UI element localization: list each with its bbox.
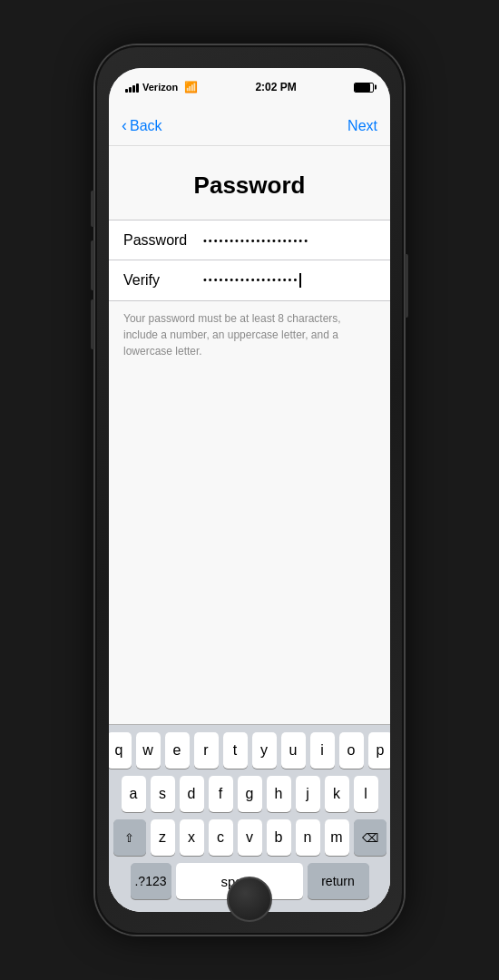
key-l[interactable]: l [354,776,378,812]
password-row[interactable]: Password •••••••••••••••••••• [109,220,390,260]
key-m[interactable]: m [325,819,349,856]
carrier-label: Verizon [142,82,178,93]
key-r[interactable]: r [194,732,219,769]
spacer [113,776,117,812]
vol-up-button[interactable] [91,240,94,290]
status-right [354,83,374,93]
battery-icon [354,83,374,93]
phone-device: Verizon 📶 2:02 PM ‹ Back Next Password [95,45,404,935]
key-h[interactable]: h [267,776,291,812]
status-bar: Verizon 📶 2:02 PM [109,68,390,106]
navigation-bar: ‹ Back Next [109,106,390,146]
key-o[interactable]: o [339,732,364,769]
return-button[interactable]: return [308,863,369,899]
key-z[interactable]: z [151,819,175,856]
text-cursor [299,273,301,288]
key-e[interactable]: e [165,732,190,769]
keyboard-row-3: ⇧ z x c v b n m ⌫ [112,819,387,856]
delete-button[interactable]: ⌫ [354,819,386,856]
status-time: 2:02 PM [255,81,296,93]
key-k[interactable]: k [325,776,349,812]
key-d[interactable]: d [180,776,204,812]
key-b[interactable]: b [267,819,291,856]
power-button[interactable] [405,254,408,318]
numbers-button[interactable]: .?123 [131,863,171,899]
form-container: Password •••••••••••••••••••• Verify •••… [109,220,390,301]
battery-fill [355,83,370,92]
verify-label: Verify [123,272,196,289]
wifi-icon: 📶 [184,81,198,93]
keyboard-row-2: a s d f g h j k l [112,776,387,812]
vol-down-button[interactable] [91,299,94,349]
key-g[interactable]: g [238,776,262,812]
key-p[interactable]: p [368,732,391,769]
key-f[interactable]: f [209,776,233,812]
shift-button[interactable]: ⇧ [113,819,146,856]
key-s[interactable]: s [151,776,175,812]
phone-screen: Verizon 📶 2:02 PM ‹ Back Next Password [109,68,390,912]
next-button[interactable]: Next [347,118,377,134]
key-j[interactable]: j [296,776,320,812]
spacer [383,776,387,812]
status-left: Verizon 📶 [125,81,198,93]
verify-row[interactable]: Verify •••••••••••••••••• [109,260,390,300]
key-y[interactable]: y [252,732,277,769]
key-w[interactable]: w [136,732,161,769]
back-label: Back [130,118,162,134]
password-label: Password [123,232,196,249]
back-button[interactable]: ‹ Back [122,118,162,134]
key-n[interactable]: n [296,819,320,856]
key-t[interactable]: t [223,732,248,769]
verify-input[interactable]: •••••••••••••••••• [196,273,376,288]
key-a[interactable]: a [122,776,146,812]
page-title: Password [109,146,390,220]
key-q[interactable]: q [109,732,132,769]
password-input[interactable]: •••••••••••••••••••• [196,235,376,246]
key-i[interactable]: i [310,732,335,769]
key-u[interactable]: u [281,732,306,769]
home-button[interactable] [227,877,272,922]
key-c[interactable]: c [209,819,233,856]
signal-icon [125,82,139,93]
key-x[interactable]: x [180,819,204,856]
chevron-left-icon: ‹ [122,117,127,133]
key-v[interactable]: v [238,819,262,856]
keyboard-row-1: q w e r t y u i o p [112,732,387,769]
hint-text: Your password must be at least 8 charact… [109,301,390,374]
